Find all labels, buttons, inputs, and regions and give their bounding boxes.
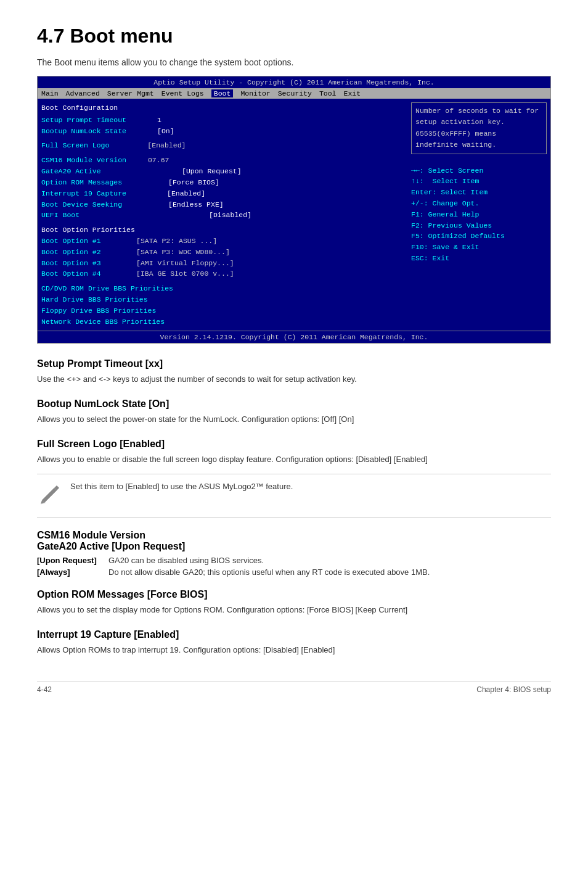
page-title: 4.7 Boot menu	[37, 25, 551, 47]
bios-menu-advanced[interactable]: Advanced	[66, 89, 100, 97]
bios-left-panel: Boot Configuration Setup Prompt Timeout …	[41, 102, 409, 327]
bios-menu-security[interactable]: Security	[278, 89, 312, 97]
bios-boot-priority-title: Boot Option Priorities	[41, 225, 409, 236]
bios-footer: Version 2.14.1219. Copyright (C) 2011 Am…	[38, 331, 550, 343]
bios-menu-boot[interactable]: Boot	[211, 89, 234, 97]
bios-boot-opt2: Boot Option #2 [SATA P3: WDC WD80...]	[41, 247, 409, 258]
bios-floppy-bbs: Floppy Drive BBS Priorities	[41, 305, 409, 316]
note-box: Set this item to [Enabled] to use the AS…	[37, 474, 551, 518]
section-body-option-rom: Allows you to set the display mode for O…	[37, 604, 551, 617]
bios-help-panel: Number of seconds to wait for setup acti…	[411, 102, 547, 154]
gate-upon-request-block: [Upon Request] GA20 can be disabled usin…	[37, 556, 551, 577]
bios-menu-monitor[interactable]: Monitor	[240, 89, 270, 97]
bios-hdd-bbs: Hard Drive BBS Priorities	[41, 294, 409, 305]
bios-network-bbs: Network Device BBS Priorities	[41, 316, 409, 328]
bios-menu-eventlogs[interactable]: Event Logs	[161, 89, 204, 97]
bios-boot-opt1: Boot Option #1 [SATA P2: ASUS ...]	[41, 236, 409, 247]
page-intro: The Boot menu items allow you to change …	[37, 57, 551, 67]
section-heading-option-rom: Option ROM Messages [Force BIOS]	[37, 589, 551, 600]
section-heading-interrupt: Interrupt 19 Capture [Enabled]	[37, 629, 551, 640]
bios-item-numlock: Bootup NumLock State [On]	[41, 126, 409, 137]
bios-boot-config-title: Boot Configuration	[41, 102, 409, 113]
section-body-numlock: Allows you to select the power-on state …	[37, 413, 551, 426]
bios-item-option-rom: Option ROM Messages [Force BIOS]	[41, 177, 409, 188]
bios-screenshot: Aptio Setup Utility - Copyright (C) 2011…	[37, 76, 551, 344]
page-footer: 4-42 Chapter 4: BIOS setup	[37, 681, 551, 694]
section-heading-logo: Full Screen Logo [Enabled]	[37, 439, 551, 450]
bios-nav-hints: →←: Select Screen ↑↓: Select Item Enter:…	[411, 165, 547, 264]
bios-cdvd-bbs: CD/DVD ROM Drive BBS Priorities	[41, 283, 409, 294]
bios-item-gatea20: GateA20 Active [Upon Request]	[41, 166, 409, 177]
section-heading-csm-gate: CSM16 Module VersionGateA20 Active [Upon…	[37, 530, 551, 552]
bios-menu-exit[interactable]: Exit	[344, 89, 361, 97]
section-body-interrupt: Allows Option ROMs to trap interrupt 19.…	[37, 644, 551, 657]
bios-item-uefi: UEFI Boot [Disabled]	[41, 210, 409, 221]
bios-boot-opt4: Boot Option #4 [IBA GE Slot 0700 v...]	[41, 268, 409, 279]
bios-menu-bar[interactable]: Main Advanced Server Mgmt Event Logs Boo…	[38, 88, 550, 99]
bios-item-csm16: CSM16 Module Version 07.67	[41, 155, 409, 166]
bios-item-logo: Full Screen Logo [Enabled]	[41, 140, 409, 151]
section-heading-timeout: Setup Prompt Timeout [xx]	[37, 358, 551, 369]
bios-boot-opt3: Boot Option #3 [AMI Virtual Floppy...]	[41, 258, 409, 269]
note-text: Set this item to [Enabled] to use the AS…	[70, 481, 293, 493]
footer-chapter: Chapter 4: BIOS setup	[476, 685, 551, 694]
bios-menu-server[interactable]: Server Mgmt	[107, 89, 154, 97]
bios-item-interrupt: Interrupt 19 Capture [Enabled]	[41, 188, 409, 199]
bios-menu-tool[interactable]: Tool	[319, 89, 337, 97]
bios-menu-main[interactable]: Main	[41, 89, 59, 97]
footer-page-number: 4-42	[37, 685, 52, 694]
section-body-logo: Allows you to enable or disable the full…	[37, 453, 551, 466]
note-icon	[37, 482, 62, 511]
bios-title-bar: Aptio Setup Utility - Copyright (C) 2011…	[38, 76, 550, 88]
bios-item-boot-seeking: Boot Device Seeking [Endless PXE]	[41, 199, 409, 210]
bios-item-timeout: Setup Prompt Timeout 1	[41, 115, 409, 126]
section-heading-numlock: Bootup NumLock State [On]	[37, 398, 551, 410]
section-body-timeout: Use the <+> and <-> keys to adjust the n…	[37, 373, 551, 386]
